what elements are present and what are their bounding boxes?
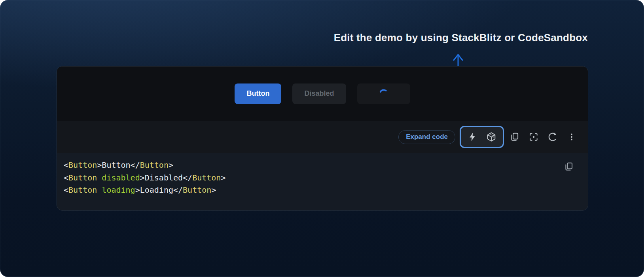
copy-code-floating-button[interactable] <box>562 159 576 174</box>
annotation-text: Edit the demo by using StackBlitz or Cod… <box>334 32 588 44</box>
more-actions-button[interactable] <box>562 127 581 146</box>
code-line: <Button loading>Loading</Button> <box>64 184 564 197</box>
demo-toolbar: Expand code <box>57 121 588 153</box>
code-line: <Button>Button</Button> <box>64 159 564 172</box>
isolate-demo-button[interactable] <box>524 127 543 146</box>
cube-icon <box>486 132 496 142</box>
copy-icon <box>510 132 520 142</box>
demo-button-disabled[interactable]: Disabled <box>292 83 346 104</box>
focus-scan-icon <box>528 132 539 142</box>
copy-icon <box>564 161 574 172</box>
demo-card: ButtonDisabled Expand code <box>57 66 588 211</box>
code-content: <Button>Button</Button><Button disabled>… <box>64 159 564 197</box>
reload-icon <box>547 132 558 142</box>
arrow-head <box>454 55 462 60</box>
codesandbox-button[interactable] <box>482 127 501 146</box>
code-line: <Button disabled>Disabled</Button> <box>64 172 564 184</box>
more-vertical-dots-icon <box>567 132 576 142</box>
edit-buttons-highlight-box <box>460 126 504 148</box>
page-background: Edit the demo by using StackBlitz or Cod… <box>0 0 644 277</box>
copy-code-button[interactable] <box>505 127 524 146</box>
lightning-bolt-icon <box>468 132 477 142</box>
spinner-icon <box>379 89 389 99</box>
demo-button-primary[interactable]: Button <box>235 83 281 104</box>
expand-code-button[interactable]: Expand code <box>398 130 455 144</box>
code-block: <Button>Button</Button><Button disabled>… <box>57 153 588 210</box>
refresh-demo-button[interactable] <box>543 127 562 146</box>
stackblitz-button[interactable] <box>463 127 482 146</box>
demo-preview-area: ButtonDisabled <box>57 66 588 121</box>
demo-button-loading[interactable] <box>357 83 410 104</box>
